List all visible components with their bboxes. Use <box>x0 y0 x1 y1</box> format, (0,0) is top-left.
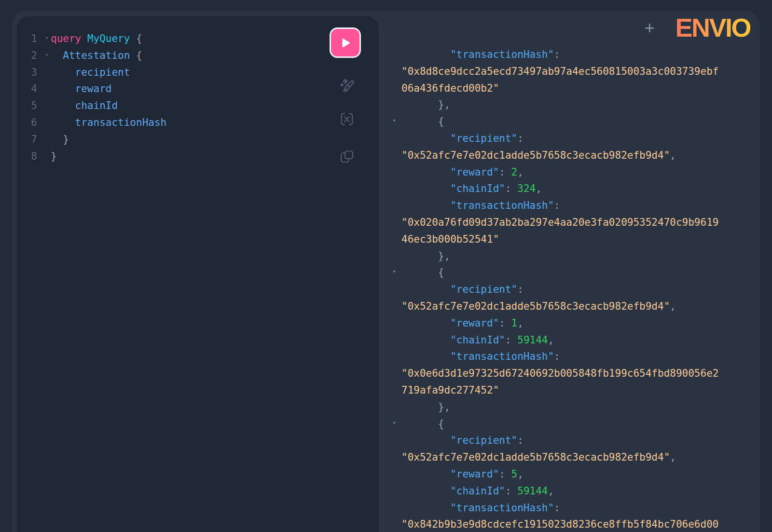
response-line: 46ec3b000b52541" <box>379 231 760 248</box>
code-text: "0x0e6d3d1e97325d67240692b005848fb199c65… <box>401 365 718 382</box>
code-text: "recipient": <box>401 432 524 449</box>
response-line: "0x020a76fd09d37ab2ba297e4aa20e3fa020953… <box>379 214 760 231</box>
response-line: "0x52afc7e7e02dc1adde5b7658c3ecacb982efb… <box>379 147 760 164</box>
response-line: "reward": 2, <box>379 164 760 181</box>
code-text: "transactionHash": <box>401 348 560 365</box>
response-line: "transactionHash": <box>379 500 760 517</box>
code-text: "chainId": 59144, <box>401 483 554 500</box>
query-code[interactable]: 1▾query MyQuery {2▾ Attestation {3 recip… <box>17 16 379 164</box>
code-text: 46ec3b000b52541" <box>401 231 499 248</box>
code-text: } <box>51 148 57 165</box>
code-text: "chainId": 59144, <box>401 332 554 349</box>
merge-icon <box>338 110 356 128</box>
response-line: "recipient": <box>379 432 760 449</box>
response-line: 719afa9dc277452" <box>379 382 760 399</box>
code-text: query MyQuery { <box>51 30 142 47</box>
line-number: 8 <box>17 148 37 165</box>
execute-query-button[interactable] <box>330 27 361 58</box>
query-editor-pane[interactable]: 1▾query MyQuery {2▾ Attestation {3 recip… <box>17 16 379 532</box>
graphiql-page: { "colors": { "page_bg": "#232b39", "wor… <box>0 0 772 532</box>
code-text: "0x020a76fd09d37ab2ba297e4aa20e3fa020953… <box>401 214 718 231</box>
code-text: "chainId": 324, <box>401 180 542 197</box>
response-line: "transactionHash": <box>379 46 760 63</box>
copy-query-button[interactable] <box>336 146 358 167</box>
copy-icon <box>338 148 356 166</box>
response-line: }, <box>379 248 760 265</box>
response-line: "reward": 5, <box>379 466 760 483</box>
code-text: "transactionHash": <box>401 500 560 517</box>
prettify-button[interactable] <box>336 75 358 96</box>
response-line: ▾ { <box>379 416 760 433</box>
response-line: "chainId": 324, <box>379 180 760 197</box>
fold-toggle-icon[interactable]: ▾ <box>42 30 52 47</box>
response-line: "0x52afc7e7e02dc1adde5b7658c3ecacb982efb… <box>379 298 760 315</box>
response-line: "reward": 1, <box>379 315 760 332</box>
code-text: 06a436fdecd00b2" <box>401 80 499 97</box>
response-line: }, <box>379 399 760 416</box>
code-text: "0x842b9b3e9d8cdcefc1915023d8236ce8ffb5f… <box>401 516 718 532</box>
query-line: 6 transactionHash <box>17 114 379 131</box>
query-line: 8} <box>17 148 379 165</box>
response-line: "recipient": <box>379 281 760 298</box>
code-text: "reward": 2, <box>401 164 524 181</box>
query-line: 4 reward <box>17 81 379 97</box>
response-line: "0x8d8ce9dcc2a5ecd73497ab97a4ec560815003… <box>379 63 760 80</box>
response-pane: + ENVIO "transactionHash":"0x8d8ce9dcc2a… <box>379 11 760 532</box>
fold-toggle-icon[interactable]: ▾ <box>389 415 399 432</box>
code-text: Attestation { <box>51 47 142 64</box>
prettify-icon <box>337 75 357 95</box>
response-json: "transactionHash":"0x8d8ce9dcc2a5ecd7349… <box>379 11 760 532</box>
query-line: 7 } <box>17 131 379 148</box>
response-line: "chainId": 59144, <box>379 483 760 500</box>
query-line: 5 chainId <box>17 97 379 114</box>
response-line: }, <box>379 96 760 113</box>
code-text: transactionHash <box>51 114 166 131</box>
add-tab-button[interactable]: + <box>644 21 655 35</box>
fold-toggle-icon[interactable]: ▾ <box>389 263 399 280</box>
query-line: 2▾ Attestation { <box>17 47 379 64</box>
code-text: } <box>51 131 69 148</box>
line-number: 1 <box>17 30 37 47</box>
envio-logo[interactable]: ENVIO <box>675 14 750 41</box>
line-number: 2 <box>17 47 37 64</box>
response-line: "0x52afc7e7e02dc1adde5b7658c3ecacb982efb… <box>379 449 760 466</box>
code-text: { <box>401 113 444 130</box>
response-line: "transactionHash": <box>379 348 760 365</box>
graphiql-workspace: 1▾query MyQuery {2▾ Attestation {3 recip… <box>12 11 760 532</box>
response-line: "0x842b9b3e9d8cdcefc1915023d8236ce8ffb5f… <box>379 516 760 532</box>
code-text: { <box>401 264 444 281</box>
code-text: "recipient": <box>401 130 524 147</box>
line-number: 5 <box>17 97 37 114</box>
code-text: "reward": 1, <box>401 315 524 332</box>
line-number: 3 <box>17 64 37 81</box>
line-number: 6 <box>17 114 37 131</box>
code-text: "reward": 5, <box>401 466 524 483</box>
code-text: "0x52afc7e7e02dc1adde5b7658c3ecacb982efb… <box>401 449 676 466</box>
code-text: "0x8d8ce9dcc2a5ecd73497ab97a4ec560815003… <box>401 63 718 80</box>
fold-toggle-icon[interactable]: ▾ <box>42 47 52 64</box>
response-line: "0x0e6d3d1e97325d67240692b005848fb199c65… <box>379 365 760 382</box>
play-icon <box>339 37 352 49</box>
fold-toggle-icon[interactable]: ▾ <box>389 112 399 129</box>
code-text: }, <box>401 248 450 265</box>
code-text: "recipient": <box>401 281 524 298</box>
query-line: 3 recipient <box>17 64 379 81</box>
response-line: "recipient": <box>379 130 760 147</box>
response-line: 06a436fdecd00b2" <box>379 80 760 97</box>
code-text: chainId <box>51 97 118 114</box>
response-line: "transactionHash": <box>379 197 760 214</box>
code-text: "0x52afc7e7e02dc1adde5b7658c3ecacb982efb… <box>401 147 676 164</box>
code-text: 719afa9dc277452" <box>401 382 499 399</box>
code-text: reward <box>51 81 111 97</box>
query-line: 1▾query MyQuery { <box>17 30 379 47</box>
merge-fragments-button[interactable] <box>336 109 358 130</box>
line-number: 7 <box>17 131 37 148</box>
code-text: }, <box>401 96 450 113</box>
line-number: 4 <box>17 81 37 97</box>
response-line: "chainId": 59144, <box>379 332 760 349</box>
response-line: ▾ { <box>379 113 760 130</box>
code-text: "transactionHash": <box>401 46 560 63</box>
code-text: { <box>401 416 444 433</box>
code-text: "transactionHash": <box>401 197 560 214</box>
code-text: recipient <box>51 64 130 81</box>
